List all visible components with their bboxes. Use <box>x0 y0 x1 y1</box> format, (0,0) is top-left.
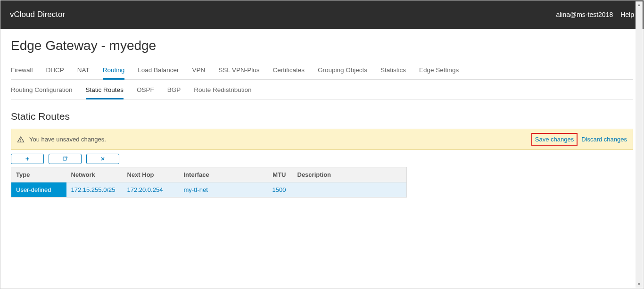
page-title: Edge Gateway - myedge <box>11 38 633 53</box>
main-tab-routing[interactable]: Routing <box>103 62 125 80</box>
cell-next-hop: 172.20.0.254 <box>123 182 179 198</box>
sub-tabs: Routing ConfigurationStatic RoutesOSPFBG… <box>11 82 633 99</box>
main-tab-edge-settings[interactable]: Edge Settings <box>419 62 459 80</box>
main-tab-statistics[interactable]: Statistics <box>380 62 406 80</box>
add-button[interactable]: + <box>11 154 44 164</box>
help-link[interactable]: Help <box>620 11 634 18</box>
vertical-scrollbar[interactable]: ▲ ▼ <box>636 1 643 288</box>
sub-tab-ospf[interactable]: OSPF <box>137 82 154 99</box>
cell-description <box>293 182 407 198</box>
edit-button[interactable]: edit <box>49 154 82 164</box>
save-changes-link[interactable]: Save changes <box>531 133 578 146</box>
scroll-down-icon[interactable]: ▼ <box>637 282 641 287</box>
main-tab-certificates[interactable]: Certificates <box>272 62 305 80</box>
warning-icon <box>17 136 25 143</box>
main-tab-ssl-vpn-plus[interactable]: SSL VPN-Plus <box>218 62 259 80</box>
col-type: Type <box>11 167 66 182</box>
cell-type: User-defined <box>11 182 66 198</box>
table-header-row: Type Network Next Hop Interface MTU Desc… <box>11 167 407 182</box>
header-right: alina@ms-test2018 Help <box>556 11 634 18</box>
alert-actions: Save changes Discard changes <box>531 133 627 146</box>
cell-interface: my-tf-net <box>179 182 260 198</box>
main-tab-vpn[interactable]: VPN <box>192 62 205 80</box>
static-routes-table: Type Network Next Hop Interface MTU Desc… <box>11 167 407 198</box>
discard-changes-link[interactable]: Discard changes <box>581 136 627 143</box>
sub-tab-static-routes[interactable]: Static Routes <box>86 82 124 99</box>
delete-button[interactable]: x <box>86 154 119 164</box>
section-title: Static Routes <box>11 111 633 122</box>
table-row[interactable]: User-defined 172.15.255.0/25 172.20.0.25… <box>11 182 407 198</box>
sub-tab-bgp[interactable]: BGP <box>167 82 181 99</box>
main-tab-firewall[interactable]: Firewall <box>11 62 33 80</box>
app-title: vCloud Director <box>10 10 65 19</box>
col-description: Description <box>293 167 407 182</box>
alert-text: You have unsaved changes. <box>29 136 531 143</box>
content: Edge Gateway - myedge FirewallDHCPNATRou… <box>0 29 644 207</box>
col-next-hop: Next Hop <box>123 167 179 182</box>
main-tab-load-balancer[interactable]: Load Balancer <box>138 62 179 80</box>
action-row: + edit x <box>11 154 633 164</box>
main-tab-grouping-objects[interactable]: Grouping Objects <box>318 62 367 80</box>
user-link[interactable]: alina@ms-test2018 <box>556 11 613 18</box>
col-network: Network <box>66 167 123 182</box>
scroll-up-icon[interactable]: ▲ <box>637 2 641 7</box>
sub-tab-routing-configuration[interactable]: Routing Configuration <box>11 82 73 99</box>
main-tab-nat[interactable]: NAT <box>77 62 90 80</box>
col-mtu: MTU <box>260 167 293 182</box>
cell-network: 172.15.255.0/25 <box>66 182 123 198</box>
cell-mtu: 1500 <box>260 182 293 198</box>
main-tabs: FirewallDHCPNATRoutingLoad BalancerVPNSS… <box>11 62 633 80</box>
col-interface: Interface <box>179 167 260 182</box>
unsaved-alert: You have unsaved changes. Save changes D… <box>11 129 633 150</box>
main-tab-dhcp[interactable]: DHCP <box>46 62 64 80</box>
svg-point-1 <box>20 140 21 141</box>
app-header: vCloud Director alina@ms-test2018 Help <box>0 0 644 29</box>
sub-tab-route-redistribution[interactable]: Route Redistribution <box>194 82 251 99</box>
